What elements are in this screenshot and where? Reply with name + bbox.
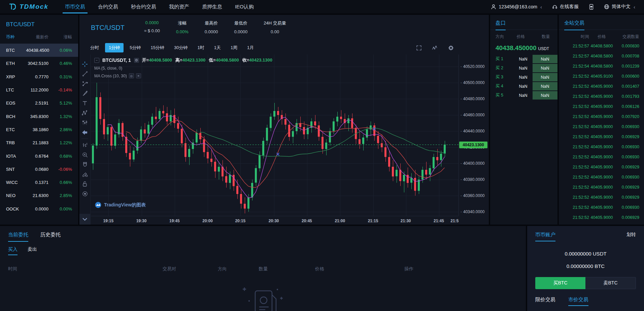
nav-item-IEO认购[interactable]: IEO认购	[229, 0, 260, 13]
trade-row[interactable]: 21:52:5240405.90000.006930	[559, 122, 644, 132]
nav-item-币币交易[interactable]: 币币交易	[59, 0, 92, 13]
trade-row[interactable]: 21:52:5240405.91000.000600	[559, 71, 644, 81]
bar-pattern-icon[interactable]	[79, 140, 91, 150]
sell-btc-button[interactable]: 卖BTC	[585, 277, 636, 289]
coin-row-LTC[interactable]: LTC112.2000-0.14%	[0, 83, 78, 96]
trade-row[interactable]: 21:52:5240405.90000.001793	[559, 91, 644, 102]
trade-row[interactable]: 21:52:5240405.90000.006930	[559, 142, 644, 152]
user-account-menu[interactable]: 123456@163.com ‹	[491, 4, 542, 10]
trade-row[interactable]: 21:52:5240405.90000.001407	[559, 81, 644, 91]
coin-row-ETH[interactable]: ETH3042.51000.46%	[0, 57, 78, 70]
logo[interactable]: TDMock	[0, 2, 59, 11]
text-tool-icon[interactable]	[79, 98, 91, 108]
coin-row-XRP[interactable]: XRP0.77700.31%	[0, 70, 78, 83]
indicator-remove-icon[interactable]: ✕	[136, 73, 141, 78]
price-axis[interactable]: 40520.000040500.000040480.000040460.0000…	[459, 54, 489, 216]
series-settings-gear-icon[interactable]: ⚙	[134, 58, 139, 63]
candlestick-chart[interactable]	[91, 54, 459, 216]
coin-row-NEO[interactable]: NEO21.63002.85%	[0, 189, 78, 202]
tab-市价交易[interactable]: 市价交易	[568, 297, 588, 306]
timeframe-分时[interactable]: 分时	[87, 43, 103, 52]
tradingview-attribution[interactable]: TradingView的图表	[95, 202, 146, 208]
online-support[interactable]: 在线客服	[552, 4, 579, 10]
brush-icon[interactable]	[79, 88, 91, 98]
trade-row[interactable]: 21:52:5440408.58000.001239	[559, 61, 644, 71]
trendline-icon[interactable]	[79, 69, 91, 79]
subtab-买入[interactable]: 买入	[8, 246, 18, 255]
subtab-卖出[interactable]: 卖出	[28, 246, 37, 255]
col-last-price[interactable]: 最新价	[27, 34, 53, 40]
trade-price: 40408.5800	[589, 64, 614, 69]
collapse-legend-icon[interactable]: −	[94, 58, 99, 63]
indicator-show-icon[interactable]: ◎	[129, 73, 134, 78]
orderbook-row[interactable]: 买 3NaNNaN	[490, 73, 557, 82]
forecast-icon[interactable]	[79, 118, 91, 127]
trade-row[interactable]: 21:52:5240405.90000.006929	[559, 182, 644, 192]
language-switcher[interactable]: 简体中文 ‹	[604, 4, 635, 10]
trade-price: 40405.9000	[589, 165, 614, 169]
pitchfork-icon[interactable]	[79, 79, 91, 88]
coin-row-BTC[interactable]: BTC40438.45000.06%	[0, 44, 78, 57]
coin-row-ETC[interactable]: ETC38.18602.86%	[0, 123, 78, 136]
crosshair-icon[interactable]	[79, 59, 91, 69]
fullscreen-icon[interactable]	[416, 45, 422, 51]
app-download[interactable]	[589, 4, 594, 10]
col-coin[interactable]: 币种	[6, 34, 27, 40]
coin-row-TRB[interactable]: TRB21.18831.22%	[0, 136, 78, 149]
nav-item-合约交易[interactable]: 合约交易	[92, 0, 125, 13]
timeframe-1时[interactable]: 1时	[194, 43, 208, 52]
time-axis[interactable]: 19:1519:3019:4520:0020:1520:3020:4521:00…	[91, 216, 459, 225]
orderbook-row[interactable]: 买 1NaNNaN	[490, 54, 557, 64]
xabcd-pattern-icon[interactable]	[79, 108, 91, 118]
orders-col-方向: 方向	[218, 266, 227, 272]
trade-row[interactable]: 21:52:5240405.90000.007920	[559, 112, 644, 122]
tab-限价交易[interactable]: 限价交易	[535, 297, 555, 306]
coin-row-SNT[interactable]: SNT0.0680-0.06%	[0, 163, 78, 176]
trade-row[interactable]: 21:52:5240405.90000.006929	[559, 162, 644, 172]
collapse-toolbar-chevron-icon[interactable]	[79, 214, 91, 225]
nav-item-质押生息[interactable]: 质押生息	[196, 0, 229, 13]
orderbook-row[interactable]: 买 5NaNNaN	[490, 91, 557, 100]
timeframe-15分钟[interactable]: 15分钟	[147, 43, 168, 52]
nav-item-秒合约交易[interactable]: 秒合约交易	[125, 0, 163, 13]
lock-icon[interactable]	[79, 179, 91, 189]
time-tick: 21:00	[335, 219, 345, 223]
coin-row-BCH[interactable]: BCH345.83001.32%	[0, 110, 78, 123]
orderbook-row[interactable]: 买 4NaNNaN	[490, 82, 557, 91]
tab-spot-account[interactable]: 币币账户	[535, 232, 555, 241]
trade-row[interactable]: 21:52:5240405.90000.006929	[559, 212, 644, 223]
col-change[interactable]: 涨幅	[53, 34, 72, 40]
tab-当前委托[interactable]: 当前委托	[8, 232, 28, 242]
nav-item-我的资产[interactable]: 我的资产	[163, 0, 196, 13]
timeframe-1分钟[interactable]: 1分钟	[105, 43, 124, 52]
buy-btc-button[interactable]: 买BTC	[535, 277, 585, 289]
trade-row[interactable]: 21:52:5240405.90000.006929	[559, 132, 644, 142]
coin-row-WICC[interactable]: WICC0.13710.66%	[0, 176, 78, 189]
coin-row-EOS[interactable]: EOS2.51915.12%	[0, 96, 78, 110]
trade-row[interactable]: 21:52:5240405.90000.006126	[559, 102, 644, 112]
timeframe-1周[interactable]: 1周	[227, 43, 241, 52]
coin-row-OOCK[interactable]: OOCK0.00000.00%	[0, 202, 78, 216]
trade-row[interactable]: 21:52:5240405.90000.006930	[559, 152, 644, 162]
indicator-icon[interactable]	[432, 45, 438, 50]
timeframe-30分钟[interactable]: 30分钟	[170, 43, 191, 52]
coin-row-IOTA[interactable]: IOTA0.67640.68%	[0, 149, 78, 162]
timeframe-1月[interactable]: 1月	[243, 43, 258, 52]
hide-drawings-eye-icon[interactable]	[79, 189, 91, 199]
zoom-in-icon[interactable]	[79, 150, 91, 160]
timeframe-5分钟[interactable]: 5分钟	[126, 43, 144, 52]
trade-row[interactable]: 21:52:5740408.58000.000830	[559, 41, 644, 51]
trade-row[interactable]: 21:52:5240405.90000.006930	[559, 172, 644, 182]
chart-settings-gear-icon[interactable]	[448, 45, 454, 51]
orderbook-row[interactable]: 买 2NaNNaN	[490, 64, 557, 73]
trade-row[interactable]: 21:52:5240405.90000.006930	[559, 202, 644, 212]
timeframe-1天[interactable]: 1天	[210, 43, 225, 52]
transfer-link[interactable]: 划转	[626, 232, 636, 238]
tab-历史委托[interactable]: 历史委托	[40, 232, 61, 242]
col-direction: 方向	[496, 34, 514, 40]
magnet-icon[interactable]	[79, 160, 91, 169]
trade-row[interactable]: 21:52:5240405.90000.006929	[559, 192, 644, 202]
draw-edit-icon[interactable]	[79, 169, 91, 179]
arrow-left-icon[interactable]	[79, 127, 91, 137]
trade-row[interactable]: 21:52:5740408.58000.000708	[559, 51, 644, 61]
